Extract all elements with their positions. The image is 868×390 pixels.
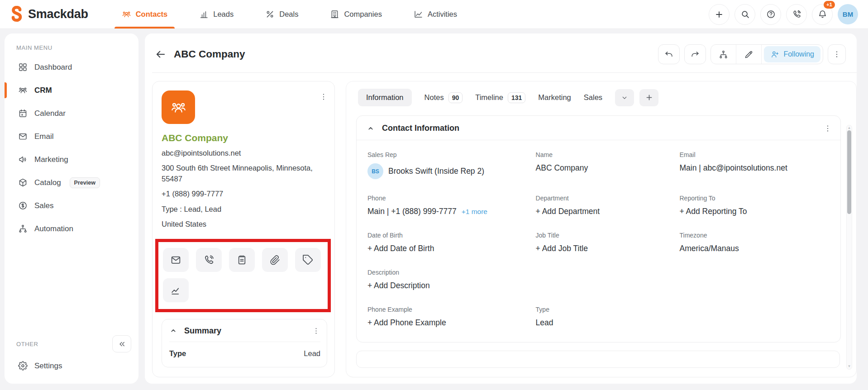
sidebar-item-calendar[interactable]: Calendar xyxy=(5,102,138,125)
notes-count-badge: 90 xyxy=(448,92,463,103)
contact-information-menu-button[interactable] xyxy=(823,124,832,133)
send-email-button[interactable] xyxy=(163,248,189,272)
add-reporting-to-link[interactable]: + Add Reporting To xyxy=(680,207,747,216)
tab-label: Timeline xyxy=(475,93,503,102)
log-call-button[interactable] xyxy=(196,248,222,272)
sidebar-item-settings[interactable]: Settings xyxy=(5,354,138,377)
add-button[interactable] xyxy=(709,4,730,25)
add-tab-button[interactable] xyxy=(639,89,658,106)
summary-row-label: Type xyxy=(169,349,186,358)
envelope-icon xyxy=(18,132,28,141)
field-value[interactable]: ABC Company xyxy=(536,163,588,173)
primary-nav: Contacts Leads Deals Companies Activitie… xyxy=(122,0,457,29)
sidebar-item-catalog[interactable]: Catalog Preview xyxy=(5,171,138,194)
company-email: abc@ipointsolutions.net xyxy=(162,148,327,158)
collapse-sidebar-button[interactable] xyxy=(112,335,131,352)
call-button[interactable] xyxy=(786,4,807,25)
field-value[interactable]: Lead xyxy=(536,318,553,328)
arrow-left-icon xyxy=(155,48,167,60)
sidebar: MAIN MENU Dashboard CRM Calendar Email M… xyxy=(5,33,138,384)
company-phone: +1 (888) 999-7777 xyxy=(162,189,327,199)
view-activity-button[interactable] xyxy=(163,278,189,302)
hierarchy-button[interactable] xyxy=(711,45,736,64)
company-type: Type : Lead, Lead xyxy=(162,204,327,214)
add-note-button[interactable] xyxy=(229,248,255,272)
tab-sales[interactable]: Sales xyxy=(584,93,602,102)
sidebar-item-crm[interactable]: CRM xyxy=(5,79,138,102)
collapsed-section-card[interactable] xyxy=(356,351,840,368)
add-phone-example-link[interactable]: + Add Phone Example xyxy=(367,318,446,328)
field-label: Name xyxy=(536,151,672,158)
chevron-up-icon[interactable] xyxy=(169,327,177,335)
field-label: Type xyxy=(536,306,672,313)
nav-tab-leads[interactable]: Leads xyxy=(199,0,234,29)
field-value[interactable]: America/Manaus xyxy=(680,244,739,253)
field-label: Job Title xyxy=(536,232,672,239)
company-address: 300 South 6th Street Minneapolis, Minnes… xyxy=(162,163,327,184)
chevron-up-icon[interactable] xyxy=(367,124,375,133)
scroll-up-arrow[interactable]: ▲ xyxy=(847,126,852,130)
field-value[interactable]: Main | +1 (888) 999-7777 xyxy=(367,207,457,216)
search-button[interactable] xyxy=(734,4,755,25)
nav-tab-companies[interactable]: Companies xyxy=(330,0,382,29)
sidebar-item-label: CRM xyxy=(34,86,52,95)
summary-title: Summary xyxy=(184,326,221,336)
nav-tab-label: Deals xyxy=(279,10,298,19)
add-attachment-button[interactable] xyxy=(262,248,288,272)
record-header: ABC Company Following xyxy=(145,33,857,72)
profile-card-menu-button[interactable] xyxy=(317,90,330,103)
sidebar-item-email[interactable]: Email xyxy=(5,125,138,148)
summary-card: Summary Type Lead xyxy=(162,319,327,367)
sidebar-item-sales[interactable]: Sales xyxy=(5,194,138,217)
field-value[interactable]: Brooks Swift (Inside Rep 2) xyxy=(388,166,484,176)
envelope-icon xyxy=(170,254,181,266)
dots-vertical-icon xyxy=(319,92,328,101)
question-icon xyxy=(766,10,776,19)
summary-divider xyxy=(169,342,320,342)
scroll-down-arrow[interactable]: ▼ xyxy=(847,365,852,368)
nav-tab-contacts[interactable]: Contacts xyxy=(122,0,168,29)
more-tabs-button[interactable] xyxy=(615,89,634,106)
edit-button[interactable] xyxy=(736,45,761,64)
scrollbar-thumb[interactable] xyxy=(847,130,851,214)
tab-marketing[interactable]: Marketing xyxy=(538,93,571,102)
percent-icon xyxy=(265,10,275,19)
redo-button[interactable] xyxy=(684,44,706,64)
people-icon xyxy=(170,99,187,116)
sidebar-item-marketing[interactable]: Marketing xyxy=(5,148,138,171)
more-options-button[interactable] xyxy=(828,44,846,64)
detail-tabs: Information Notes90 Timeline131 Marketin… xyxy=(356,89,841,106)
field-name: Name ABC Company xyxy=(536,151,672,179)
tab-notes[interactable]: Notes90 xyxy=(424,92,463,103)
nav-tab-activities[interactable]: Activities xyxy=(414,0,457,29)
phone-more-link[interactable]: +1 more xyxy=(462,208,487,216)
tab-information[interactable]: Information xyxy=(358,89,412,106)
company-name[interactable]: ABC Company xyxy=(162,133,327,143)
nav-tab-deals[interactable]: Deals xyxy=(265,0,298,29)
sidebar-item-label: Email xyxy=(34,132,54,141)
sidebar-item-automation[interactable]: Automation xyxy=(5,217,138,240)
nav-tab-label: Contacts xyxy=(136,10,168,19)
record-content: ABC Company abc@ipointsolutions.net 300 … xyxy=(145,73,857,384)
add-tag-button[interactable] xyxy=(295,248,321,272)
tab-timeline[interactable]: Timeline131 xyxy=(475,92,525,103)
field-phone: Phone Main | +1 (888) 999-7777 +1 more xyxy=(367,195,528,216)
vertical-scrollbar[interactable]: ▲ ▼ xyxy=(846,125,852,370)
field-value[interactable]: Main | abc@ipointsolutions.net xyxy=(680,163,787,173)
user-avatar[interactable]: BM xyxy=(838,4,858,24)
sidebar-item-label: Sales xyxy=(34,201,54,210)
back-button[interactable] xyxy=(153,47,168,62)
help-button[interactable] xyxy=(760,4,781,25)
dots-vertical-icon xyxy=(832,50,841,59)
brand[interactable]: Smackdab xyxy=(10,6,88,23)
field-email: Email Main | abc@ipointsolutions.net xyxy=(680,151,830,179)
undo-button[interactable] xyxy=(658,44,680,64)
summary-menu-button[interactable] xyxy=(312,327,320,335)
add-department-link[interactable]: + Add Department xyxy=(536,207,600,216)
add-description-link[interactable]: + Add Description xyxy=(367,281,430,290)
sidebar-item-dashboard[interactable]: Dashboard xyxy=(5,56,138,79)
following-button[interactable]: Following xyxy=(764,46,820,62)
add-job-title-link[interactable]: + Add Job Title xyxy=(536,244,588,253)
add-date-of-birth-link[interactable]: + Add Date of Birth xyxy=(367,244,434,253)
summary-row-value: Lead xyxy=(304,349,320,358)
